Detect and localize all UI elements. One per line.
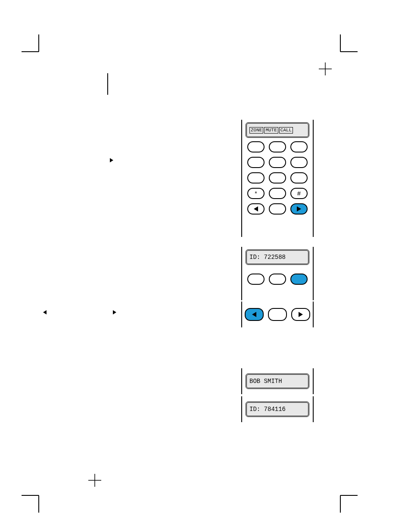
key-5[interactable] — [269, 157, 286, 168]
numeric-keypad: * # — [246, 141, 309, 215]
key-2[interactable] — [269, 141, 286, 152]
lcd-panel-id: ID: 784116 — [241, 396, 314, 422]
crop-mark-icon — [22, 487, 47, 513]
lcd-text: BOB SMITH — [249, 378, 282, 385]
lcd-display: ID: 722588 — [246, 249, 309, 265]
nav-center-button[interactable] — [268, 308, 287, 321]
key-8[interactable] — [269, 172, 286, 184]
nav-right-button[interactable] — [290, 203, 308, 215]
key-row — [246, 274, 309, 285]
key-9[interactable] — [290, 172, 308, 184]
inline-arrow-left — [43, 308, 47, 316]
page: ZONE MUTE CALL * # — [0, 0, 411, 532]
crop-mark-icon — [332, 487, 358, 513]
inline-arrow-right — [113, 308, 116, 316]
nav-left-button[interactable] — [247, 203, 265, 215]
softkey-label: MUTE — [264, 127, 278, 134]
triangle-right-icon — [113, 310, 116, 314]
keypad-panel-1: ZONE MUTE CALL * # — [241, 120, 314, 237]
lcd-panel-name: BOB SMITH — [241, 368, 314, 394]
key-7[interactable] — [247, 172, 265, 184]
triangle-right-icon — [299, 312, 303, 317]
key-blank[interactable] — [269, 274, 286, 285]
registration-cross-icon — [88, 474, 101, 487]
triangle-left-icon — [252, 312, 256, 317]
softkey-label: ZONE — [249, 127, 263, 134]
triangle-right-icon — [110, 158, 113, 162]
key-hash[interactable]: # — [290, 188, 308, 199]
lcd-text: ID: 784116 — [249, 406, 286, 413]
triangle-right-icon — [297, 206, 301, 212]
triangle-left-icon — [254, 206, 258, 212]
crop-mark-icon — [332, 34, 358, 60]
inline-arrow-right — [110, 156, 113, 164]
crop-tick-icon — [106, 73, 110, 95]
key-6[interactable] — [290, 157, 308, 168]
lcd-display: ID: 784116 — [246, 401, 309, 417]
key-blank[interactable] — [247, 274, 265, 285]
lcd-display: ZONE MUTE CALL — [246, 122, 309, 138]
key-select[interactable] — [290, 274, 308, 285]
key-label: * — [255, 190, 257, 197]
key-0[interactable] — [269, 188, 286, 199]
key-label: # — [297, 190, 301, 197]
crop-mark-icon — [22, 34, 47, 60]
nav-row-panel — [241, 302, 314, 327]
softkey-label: CALL — [279, 127, 293, 134]
nav-left-button[interactable] — [245, 308, 264, 321]
nav-center-button[interactable] — [269, 203, 286, 215]
registration-cross-icon — [319, 62, 332, 75]
key-star[interactable]: * — [247, 188, 265, 199]
keypad-panel-2: ID: 722588 — [241, 247, 314, 300]
key-3[interactable] — [290, 141, 308, 152]
triangle-left-icon — [43, 310, 47, 314]
lcd-text: ID: 722588 — [249, 254, 286, 261]
nav-right-button[interactable] — [291, 308, 310, 321]
lcd-display: BOB SMITH — [246, 373, 309, 389]
key-1[interactable] — [247, 141, 265, 152]
key-4[interactable] — [247, 157, 265, 168]
